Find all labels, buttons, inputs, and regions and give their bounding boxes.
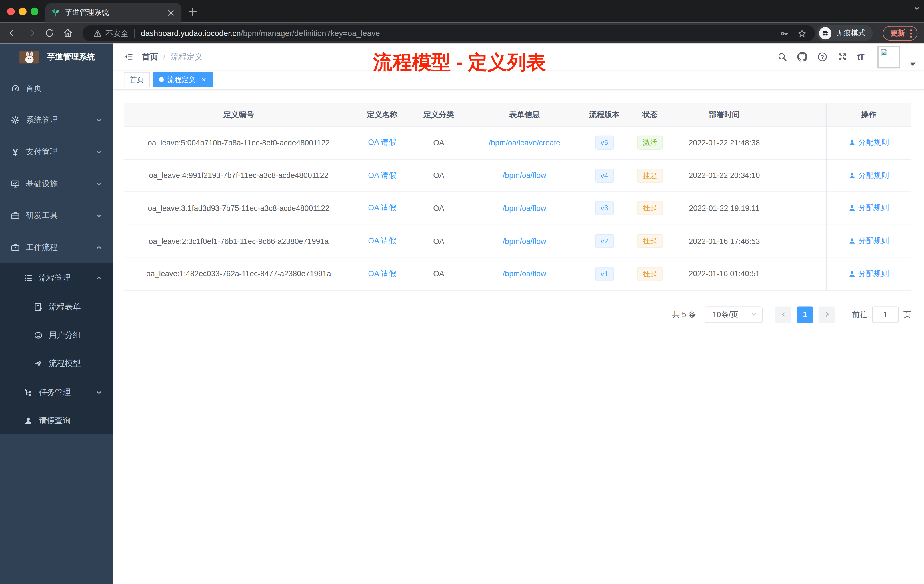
sidebar-item-label: 研发工具 [26, 210, 58, 221]
sidebar-item-payment[interactable]: ¥ 支付管理 [0, 136, 113, 168]
active-dot [159, 77, 164, 82]
yen-icon: ¥ [11, 147, 20, 157]
font-size-icon[interactable]: tT [857, 52, 864, 62]
assign-rule-button[interactable]: 分配规则 [848, 137, 889, 148]
breadcrumb-home[interactable]: 首页 [142, 51, 158, 62]
chevron-down-icon [96, 148, 102, 156]
back-icon[interactable] [8, 28, 18, 38]
browser-tab[interactable]: 芋道管理系统 [45, 3, 182, 22]
sidebar-item-user-group[interactable]: 用户分组 [0, 321, 113, 350]
sidebar-item-process-model[interactable]: 流程模型 [0, 350, 113, 378]
minimize-window-button[interactable] [19, 8, 26, 15]
sidebar-item-home[interactable]: 首页 [0, 73, 113, 104]
page-size-select[interactable]: 10条/页 [705, 306, 762, 323]
github-icon[interactable] [797, 52, 807, 62]
sidebar-item-infrastructure[interactable]: 基础设施 [0, 168, 113, 200]
fullscreen-icon[interactable] [837, 52, 847, 62]
new-tab-button[interactable] [187, 7, 198, 17]
annotation-title: 流程模型 - 定义列表 [373, 49, 546, 76]
not-secure-warning-icon [93, 29, 102, 38]
sidebar-item-leave-query[interactable]: 请假查询 [0, 407, 113, 434]
app-title: 芋道管理系统 [47, 51, 95, 62]
prev-page-button[interactable] [775, 306, 792, 323]
page-number-button[interactable]: 1 [797, 306, 813, 323]
bookmark-star-icon[interactable] [797, 28, 807, 38]
url-text[interactable]: dashboard.yudao.iocoder.cn/bpm/manager/d… [141, 29, 780, 38]
definition-name-link[interactable]: OA 请假 [368, 236, 396, 245]
tab-search-chevron-icon[interactable] [913, 5, 921, 12]
goto-page-input[interactable] [872, 306, 899, 323]
col-header: 定义编号 [124, 109, 353, 120]
page-content: 定义编号 定义名称 定义分类 表单信息 流程版本 状态 部署时间 操作 oa_l… [113, 103, 924, 584]
definition-name-link[interactable]: OA 请假 [368, 269, 396, 278]
form-link[interactable]: /bpm/oa/flow [503, 171, 546, 180]
dashboard-icon [11, 84, 20, 93]
goto-label: 前往 [852, 309, 868, 320]
form-link[interactable]: /bpm/oa/flow [503, 204, 546, 213]
sidebar-item-workflow[interactable]: 工作流程 [0, 232, 113, 264]
not-secure-label[interactable]: 不安全 [106, 28, 128, 39]
forward-icon[interactable] [26, 28, 36, 38]
browser-window: 芋道管理系统 [0, 0, 924, 584]
sidebar-toggle-icon[interactable] [124, 53, 133, 61]
user-icon [848, 172, 855, 179]
assign-rule-button[interactable]: 分配规则 [848, 203, 889, 213]
status-badge: 挂起 [637, 267, 663, 281]
browser-menu-dots-icon[interactable] [910, 28, 912, 38]
avatar-caret-icon[interactable] [910, 62, 916, 66]
cell-definition-id: oa_leave:3:1fad3d93-7b75-11ec-a3c8-acde4… [124, 204, 353, 213]
sidebar-item-process-form[interactable]: 流程表单 [0, 293, 113, 321]
sidebar: 芋道管理系统 首页 系统管理 [0, 44, 113, 584]
main-area: 首页 / 流程定义 ? [113, 44, 924, 584]
broken-image-icon [880, 48, 889, 57]
tag-process-definition[interactable]: 流程定义 [153, 72, 213, 87]
close-window-button[interactable] [7, 8, 15, 15]
url-path: /bpm/manager/definition?key=oa_leave [241, 29, 380, 38]
cell-category: OA [411, 269, 467, 278]
url-divider [134, 29, 135, 38]
tab-close-icon[interactable] [166, 8, 176, 17]
sidebar-item-task-management[interactable]: 任务管理 [0, 378, 113, 407]
table-row: oa_leave:2:3c1f0ef1-76b1-11ec-9c66-a2380… [124, 224, 911, 257]
definition-name-link[interactable]: OA 请假 [368, 138, 396, 147]
group-icon [34, 331, 43, 340]
chevron-down-icon [96, 117, 102, 124]
chevron-down-icon [96, 212, 102, 219]
assign-rule-button[interactable]: 分配规则 [848, 236, 889, 246]
definition-name-link[interactable]: OA 请假 [368, 204, 396, 213]
col-header: 流程版本 [582, 109, 627, 120]
col-header: 操作 [826, 109, 911, 120]
user-icon [848, 139, 855, 146]
sidebar-logo[interactable]: 芋道管理系统 [0, 44, 113, 70]
avatar[interactable] [878, 46, 900, 68]
cell-category: OA [411, 171, 467, 180]
sidebar-item-process-management[interactable]: 流程管理 [0, 264, 113, 293]
briefcase-icon [11, 243, 20, 252]
form-link[interactable]: /bpm/oa/flow [503, 269, 546, 278]
maximize-window-button[interactable] [31, 8, 38, 15]
help-icon[interactable]: ? [817, 52, 827, 62]
assign-rule-button[interactable]: 分配规则 [848, 269, 889, 279]
next-page-button[interactable] [818, 306, 835, 323]
incognito-icon [819, 27, 832, 39]
assign-rule-button[interactable]: 分配规则 [848, 170, 889, 181]
form-link[interactable]: /bpm/oa/flow [503, 237, 546, 246]
home-icon[interactable] [63, 28, 73, 38]
search-icon[interactable] [777, 52, 787, 62]
url-bar[interactable]: 不安全 dashboard.yudao.iocoder.cn/bpm/manag… [82, 25, 815, 41]
version-badge: v5 [595, 136, 614, 150]
definition-name-link[interactable]: OA 请假 [368, 171, 396, 180]
user-icon [848, 238, 855, 244]
form-link[interactable]: /bpm/oa/leave/create [488, 138, 560, 147]
browser-update-button[interactable]: 更新 [883, 26, 918, 41]
sidebar-item-system[interactable]: 系统管理 [0, 104, 113, 136]
sidebar-item-label: 系统管理 [26, 115, 58, 125]
page-size-value: 10条/页 [713, 309, 739, 320]
sidebar-item-dev-tools[interactable]: 研发工具 [0, 200, 113, 231]
password-key-icon[interactable] [780, 28, 789, 38]
reload-icon[interactable] [44, 28, 55, 38]
tree-icon [24, 388, 33, 397]
tag-close-icon[interactable] [200, 76, 208, 83]
tag-home[interactable]: 首页 [124, 72, 150, 87]
chevron-down-icon [751, 312, 757, 318]
